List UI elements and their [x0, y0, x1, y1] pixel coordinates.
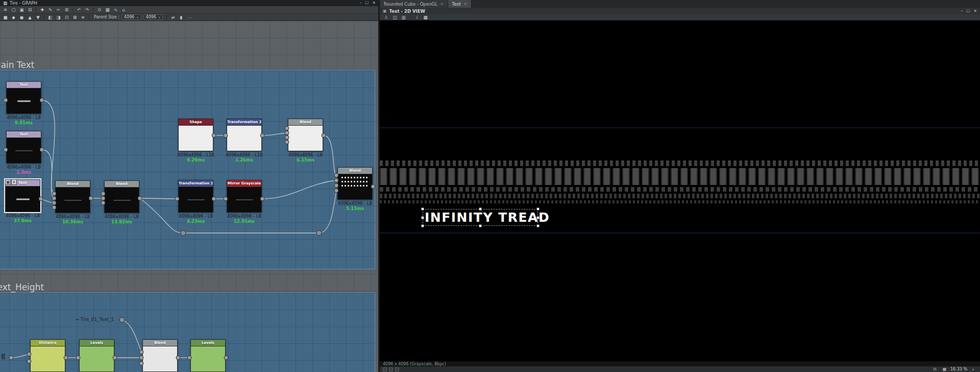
shape-square-icon[interactable]: ■	[2, 14, 9, 20]
graph-icon: ▦	[3, 0, 8, 6]
info-toggle-icon[interactable]: i	[413, 15, 421, 20]
curve-links-icon[interactable]: ∿	[112, 7, 119, 13]
duplicate-icon[interactable]: ⊞	[63, 7, 70, 13]
graph-toolbar-row2: ■ ◆ ● ▲ ▼ ◧ ◨ ⊡ ⊠ ≡ Parent Size : 4096 ∨…	[0, 14, 378, 21]
graph-panel: ▦ Tire - GRAPH – ☐ ✕ ≡ ▢ ▣ ⊟ ✚ ✎ ✂ ⊞ ↶ ↷…	[0, 0, 378, 372]
graph-input-connector[interactable]: ((	[1, 353, 5, 360]
resize-handle-sw[interactable]	[421, 224, 424, 227]
node-mirror-grayscale[interactable]: Mirror Grayscale	[227, 180, 262, 213]
view-2d-titlebar[interactable]: ▣ Text - 2D VIEW – ☐ ✕	[380, 8, 980, 14]
pause-engine-icon[interactable]: ▮	[177, 14, 185, 20]
undock-icon[interactable]: –	[359, 0, 361, 6]
texture-2d-canvas[interactable]: INFINITY TREAD	[380, 20, 980, 361]
comment-tool-icon[interactable]: ⊟	[26, 7, 34, 13]
graph-panel-titlebar[interactable]: ▦ Tire - GRAPH – ☐ ✕	[0, 0, 378, 6]
edit-tool-icon[interactable]: ✎	[46, 7, 54, 13]
channel-toggle-g[interactable]	[389, 367, 393, 371]
node-thumbnail	[6, 186, 40, 212]
view-2d-badge-icon[interactable]: ▦	[5, 179, 11, 185]
half-right-icon[interactable]: ◨	[55, 14, 62, 20]
shape-tri-down-icon[interactable]: ▼	[34, 14, 42, 20]
node-text-1[interactable]: Text	[6, 81, 41, 114]
resize-handle-nw[interactable]	[421, 207, 424, 211]
maximize-icon[interactable]: ☐	[966, 8, 970, 14]
texture-faint-line	[380, 127, 980, 128]
node-levels-2[interactable]: Levels	[190, 339, 226, 372]
node-blend-3[interactable]: Blend	[288, 119, 323, 151]
node-title: Text	[7, 82, 41, 88]
close-tab-icon[interactable]: ✕	[440, 2, 444, 6]
view-2d-panel: Rounded Cube - OpenGL ✕ Text ✕ ▣ Text - …	[380, 0, 980, 372]
node-graph-canvas[interactable]: Main Text Text_Height	[0, 21, 378, 372]
boxed-dot-icon[interactable]: ⊡	[63, 14, 70, 20]
node-shape[interactable]: Shape	[178, 119, 213, 151]
filter-view-icon[interactable]: ▥	[400, 15, 407, 20]
fit-view-icon[interactable]: ⊡	[931, 367, 939, 372]
node-blend-5[interactable]: Blend	[142, 339, 178, 372]
node-title: Blend	[288, 119, 323, 125]
home-view-icon[interactable]: ⌂	[120, 7, 128, 13]
portal-reference[interactable]: → Tire_01_Text_1	[75, 317, 114, 322]
clear-view-badge-icon[interactable]: ✕	[11, 179, 17, 185]
grid-toggle-icon[interactable]: ▦	[422, 15, 429, 20]
redo-icon[interactable]: ↷	[83, 7, 91, 13]
channel-toggle-b[interactable]	[395, 367, 399, 371]
node-title: Blend	[338, 168, 372, 174]
focus-icon[interactable]: ⊙	[95, 7, 103, 13]
close-icon[interactable]: ✕	[372, 0, 376, 6]
resize-handle-w[interactable]	[421, 216, 424, 219]
node-title: Blend	[143, 340, 177, 346]
close-tab-icon[interactable]: ✕	[464, 2, 467, 6]
node-distance[interactable]: Distance	[30, 339, 65, 372]
node-title: Blend	[56, 181, 90, 187]
list-view-icon[interactable]: ≡	[79, 14, 87, 20]
undock-icon[interactable]: –	[961, 8, 963, 14]
node-transformation-2d-2[interactable]: Transformation 2D	[178, 180, 213, 213]
frame-main-text[interactable]: Main Text	[0, 70, 375, 269]
node-thumbnail	[143, 346, 177, 371]
view-2d-icon: ▣	[383, 9, 387, 13]
tab-rounded-cube-opengl[interactable]: Rounded Cube - OpenGL ✕	[380, 0, 448, 8]
node-thumbnail	[105, 187, 139, 213]
shape-tri-up-icon[interactable]: ▲	[26, 14, 34, 20]
close-icon[interactable]: ✕	[973, 8, 977, 14]
node-levels-1[interactable]: Levels	[79, 339, 114, 372]
channel-toggle-r[interactable]	[383, 367, 387, 371]
pixel-grid-icon[interactable]: ▦	[941, 367, 948, 372]
node-title: Mirror Grayscale	[227, 180, 261, 187]
half-left-icon[interactable]: ◧	[46, 14, 54, 20]
node-thumbnail	[338, 174, 372, 199]
grid-snap-icon[interactable]: ▦	[104, 7, 111, 13]
application-window: ▦ Tire - GRAPH – ☐ ✕ ≡ ▢ ▣ ⊟ ✚ ✎ ✂ ⊞ ↶ ↷…	[0, 0, 980, 372]
node-blend-2[interactable]: Blend	[104, 180, 139, 213]
node-blend-1[interactable]: Blend	[55, 180, 90, 213]
maximize-icon[interactable]: ☐	[365, 0, 369, 6]
add-node-icon[interactable]: ✚	[38, 7, 46, 13]
zoom-dropdown-icon[interactable]: ∨	[969, 367, 977, 372]
node-text-3-selected[interactable]: Text ▦ ✕	[5, 179, 40, 212]
node-text-2[interactable]: Text	[6, 131, 41, 164]
tab-text[interactable]: Text ✕	[448, 0, 472, 8]
link-toggle-icon[interactable]: ⇄	[169, 14, 177, 20]
tire-tread-pattern	[380, 159, 980, 203]
node-thumbnail	[31, 346, 65, 371]
node-transformation-2d-1[interactable]: Transformation 2D	[227, 119, 262, 151]
node-blend-4[interactable]: Blend	[337, 167, 373, 200]
export-view-icon[interactable]: ⇩	[382, 15, 390, 20]
graph-panel-title: Tire - GRAPH	[10, 1, 37, 6]
shape-circle-icon[interactable]: ●	[18, 14, 26, 20]
select-tool-icon[interactable]: ▢	[10, 7, 17, 13]
parent-height-dropdown[interactable]: 4096 ∨	[143, 14, 163, 20]
undo-icon[interactable]: ↶	[75, 7, 83, 13]
cut-links-icon[interactable]: ✂	[55, 7, 62, 13]
menu-icon[interactable]: ≡	[2, 7, 9, 13]
chevron-down-icon: ∨	[158, 15, 160, 19]
node-thumbnail	[80, 346, 114, 371]
boxed-x-icon[interactable]: ⊠	[71, 14, 79, 20]
more-options-icon[interactable]: ⋯	[185, 14, 193, 20]
compare-view-icon[interactable]: ◫	[391, 15, 399, 20]
parent-size-label: Parent Size :	[94, 15, 119, 19]
parent-width-dropdown[interactable]: 4096 ∨	[121, 14, 141, 20]
frame-tool-icon[interactable]: ▣	[18, 7, 26, 13]
shape-diamond-icon[interactable]: ◆	[10, 14, 17, 20]
